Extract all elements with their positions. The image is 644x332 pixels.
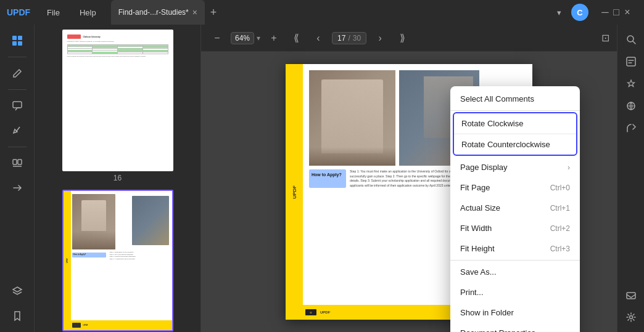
ctx-show-in-folder[interactable]: Show in Folder bbox=[450, 302, 580, 323]
thumbnail-page-17[interactable]: UPDF How to Apply? bbox=[62, 190, 173, 332]
sidebar-icon-layers[interactable] bbox=[6, 280, 28, 302]
tab-label: Find-and-...r-Studies* bbox=[118, 8, 189, 17]
ctx-shortcut-fit-height: Ctrl+3 bbox=[550, 245, 570, 253]
zoom-control: 64% ▾ bbox=[231, 32, 260, 44]
user-avatar[interactable]: C bbox=[571, 4, 588, 21]
app-logo: UPDF bbox=[0, 7, 37, 17]
menu-help[interactable]: Help bbox=[70, 0, 106, 25]
svg-rect-5 bbox=[13, 160, 17, 164]
svg-rect-4 bbox=[13, 102, 22, 108]
ctx-page-display[interactable]: Page Display › bbox=[450, 157, 580, 177]
nav-next-button[interactable]: › bbox=[371, 30, 389, 47]
svg-point-13 bbox=[629, 316, 632, 319]
titlebar: UPDF File Help Find-and-...r-Studies* × … bbox=[0, 0, 644, 25]
current-page[interactable]: 17 bbox=[337, 34, 345, 43]
thumb-label-16: 16 bbox=[114, 174, 122, 182]
ctx-save-as[interactable]: Save As... bbox=[450, 262, 580, 282]
toolbar: − 64% ▾ + ⟪ ‹ 17 / 30 › ⟫ ⊡ bbox=[201, 25, 617, 52]
present-button[interactable]: ⊡ bbox=[601, 32, 609, 44]
thumbnail-page-16[interactable]: Clarkson University Founded in 1896, Cla… bbox=[62, 30, 173, 182]
sidebar-icon-thumbnails[interactable] bbox=[6, 30, 28, 52]
ctx-rotate-clockwise[interactable]: Rotate Clockwise bbox=[454, 113, 576, 134]
menu-file[interactable]: File bbox=[37, 0, 70, 25]
ctx-fit-height[interactable]: Fit Height Ctrl+3 bbox=[450, 238, 580, 259]
menu-bar: File Help bbox=[37, 0, 106, 25]
right-icon-search[interactable] bbox=[621, 30, 641, 49]
ctx-actual-size[interactable]: Actual Size Ctrl+1 bbox=[450, 198, 580, 218]
ctx-label-rotate-cw: Rotate Clockwise bbox=[461, 119, 523, 128]
tab-close-button[interactable]: × bbox=[192, 7, 197, 17]
ctx-label-select-all: Select All Comments bbox=[460, 94, 534, 103]
svg-rect-10 bbox=[627, 57, 635, 66]
maximize-button[interactable]: □ bbox=[612, 8, 621, 17]
context-menu: Select All Comments Rotate Clockwise Rot… bbox=[450, 86, 580, 332]
right-icon-inbox[interactable] bbox=[621, 285, 641, 305]
ctx-label-fit-page: Fit Page bbox=[460, 183, 490, 192]
active-tab[interactable]: Find-and-...r-Studies* × bbox=[111, 0, 205, 25]
ctx-fit-width[interactable]: Fit Width Ctrl+2 bbox=[450, 218, 580, 238]
sidebar-icon-organize[interactable] bbox=[6, 152, 28, 174]
ctx-label-page-display: Page Display bbox=[460, 163, 508, 172]
svg-rect-1 bbox=[18, 36, 22, 40]
ctx-select-all-comments[interactable]: Select All Comments bbox=[450, 89, 580, 109]
nav-prev-button[interactable]: ‹ bbox=[310, 30, 327, 47]
right-icon-settings[interactable] bbox=[621, 307, 641, 327]
minimize-button[interactable]: ─ bbox=[601, 8, 609, 17]
ctx-label-rotate-ccw: Rotate Counterclockwise bbox=[461, 140, 550, 149]
how-to-apply-heading: How to Apply? bbox=[312, 172, 342, 177]
total-pages: 30 bbox=[353, 34, 361, 43]
sidebar-icon-edit[interactable] bbox=[6, 62, 28, 84]
ctx-label-show-in-folder: Show in Folder bbox=[460, 308, 514, 317]
tabs-dropdown[interactable]: ▾ bbox=[552, 8, 566, 17]
ctx-document-properties[interactable]: Document Properties... bbox=[450, 323, 580, 332]
nav-last-button[interactable]: ⟫ bbox=[394, 30, 411, 47]
logo-text: UPDF bbox=[7, 7, 30, 17]
sidebar-icon-highlight[interactable] bbox=[6, 119, 28, 142]
divider-2 bbox=[8, 89, 27, 90]
thumb-frame-17: UPDF How to Apply? bbox=[62, 190, 173, 331]
thumb-frame-16: Clarkson University Founded in 1896, Cla… bbox=[62, 30, 173, 171]
ctx-shortcut-fit-width: Ctrl+2 bbox=[550, 224, 570, 233]
ctx-divider-1 bbox=[450, 110, 580, 111]
ctx-submenu-arrow: › bbox=[568, 163, 570, 172]
nav-first-button[interactable]: ⟪ bbox=[287, 30, 305, 47]
sidebar-icon-bookmark[interactable] bbox=[6, 305, 28, 327]
new-tab-button[interactable]: + bbox=[205, 4, 222, 21]
content-area: − 64% ▾ + ⟪ ‹ 17 / 30 › ⟫ ⊡ UPDF bbox=[201, 25, 617, 332]
svg-rect-3 bbox=[18, 41, 22, 46]
ctx-rotate-counterclockwise[interactable]: Rotate Counterclockwise bbox=[454, 134, 576, 155]
right-icon-ocr[interactable] bbox=[621, 52, 641, 71]
left-sidebar bbox=[0, 25, 35, 332]
tab-bar: Find-and-...r-Studies* × + bbox=[111, 0, 552, 25]
zoom-value[interactable]: 64% bbox=[231, 32, 254, 44]
ctx-fit-page[interactable]: Fit Page Ctrl+0 bbox=[450, 177, 580, 198]
thumbnail-panel: Clarkson University Founded in 1896, Cla… bbox=[35, 25, 201, 332]
ctx-label-fit-width: Fit Width bbox=[460, 224, 492, 233]
pdf-brand-text: UPDF bbox=[292, 185, 297, 199]
right-icon-translate[interactable] bbox=[621, 96, 641, 116]
zoom-out-button[interactable]: − bbox=[208, 30, 226, 47]
ctx-label-actual-size: Actual Size bbox=[460, 203, 500, 213]
zoom-in-button[interactable]: + bbox=[265, 30, 283, 47]
page-indicator: 17 / 30 bbox=[332, 32, 366, 44]
right-icon-share[interactable] bbox=[621, 118, 641, 138]
ctx-divider-2 bbox=[450, 260, 580, 261]
page-separator: / bbox=[348, 34, 350, 43]
zoom-dropdown-icon[interactable]: ▾ bbox=[257, 34, 260, 43]
divider-3 bbox=[8, 147, 27, 147]
window-controls: ─ □ × bbox=[593, 8, 639, 17]
close-button[interactable]: × bbox=[623, 8, 632, 17]
ctx-print[interactable]: Print... bbox=[450, 282, 580, 302]
sidebar-icon-comment[interactable] bbox=[6, 95, 28, 117]
footer-brand: UPDF bbox=[320, 310, 330, 314]
svg-rect-2 bbox=[12, 41, 17, 46]
svg-rect-0 bbox=[12, 36, 17, 40]
ctx-shortcut-fit-page: Ctrl+0 bbox=[550, 184, 570, 192]
ctx-shortcut-actual-size: Ctrl+1 bbox=[550, 204, 570, 213]
svg-rect-6 bbox=[18, 160, 22, 164]
sidebar-icon-convert[interactable] bbox=[6, 177, 28, 199]
ctx-label-save-as: Save As... bbox=[460, 267, 497, 277]
main-layout: Clarkson University Founded in 1896, Cla… bbox=[0, 25, 644, 332]
right-icon-ai[interactable] bbox=[621, 74, 641, 94]
ctx-rotate-group: Rotate Clockwise Rotate Counterclockwise bbox=[453, 112, 577, 156]
